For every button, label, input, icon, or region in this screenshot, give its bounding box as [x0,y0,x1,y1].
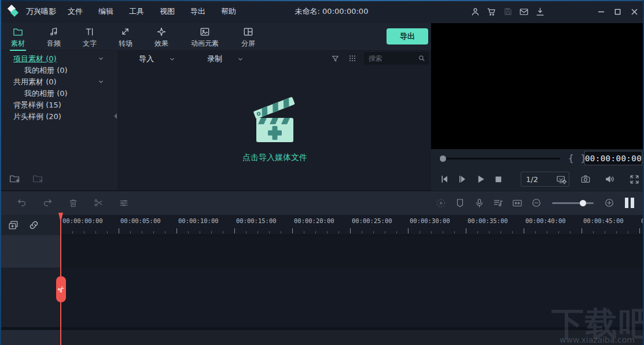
menu-export[interactable]: 导出 [190,6,205,17]
sidebar-item-my-album-1[interactable]: 我的相册 (0) [0,65,118,76]
sidebar-item-project-media[interactable]: 项目素材 (0) [0,53,118,65]
chevron-down-icon[interactable] [98,79,104,85]
tab-text[interactable]: 文字 [72,23,108,51]
menu-bar: 文件 编辑 工具 视图 导出 帮助 [68,6,236,17]
minimize-button[interactable] [596,7,606,17]
feedback-mail-icon[interactable] [518,6,529,17]
add-folder-icon[interactable] [8,173,22,186]
mark-in-button[interactable]: { [568,153,574,164]
tab-audio[interactable]: 音频 [36,23,72,51]
ruler-timecode-label: 00:00:30:00 [410,217,450,224]
ruler-major-tick [466,228,466,233]
adjust-sliders-icon[interactable] [118,197,130,209]
tab-media[interactable]: 素材 [0,23,36,51]
display-settings-icon[interactable] [555,173,568,186]
link-clips-icon[interactable] [28,219,41,232]
ruler-minor-tick [570,231,571,233]
delete-folder-icon [31,173,45,186]
asset-tab-bar: 素材 音频 文字 转场 [0,23,431,51]
video-track-lane[interactable] [61,268,644,327]
tab-transitions[interactable]: 转场 [108,23,143,51]
sidebar-item-intro-samples[interactable]: 片头样例 (20) [0,111,118,123]
fit-timeline-icon[interactable] [511,197,523,209]
undo-icon[interactable] [16,197,28,209]
save-icon [502,6,513,17]
sidebar-item-my-album-2[interactable]: 我的相册 (0) [0,88,118,99]
snapshot-camera-icon[interactable] [579,173,592,186]
record-dropdown[interactable]: 录制 [207,54,244,64]
panel-layout-icon[interactable] [625,198,634,208]
download-center-icon[interactable] [535,6,546,17]
sidebar-item-shared-media[interactable]: 共用素材 (0) [0,76,118,88]
timeline-ruler[interactable]: 00:00:00:0000:00:05:0000:00:10:0000:00:1… [61,215,644,235]
ruler-minor-tick [547,231,547,233]
app-logo-icon [7,5,21,18]
ruler-minor-tick [431,231,432,233]
playhead[interactable] [60,213,61,345]
marker-icon[interactable] [454,197,466,209]
media-toolbar-right [329,52,429,65]
import-dropdown[interactable]: 导入 [139,54,175,64]
audio-track-header: 1 [0,330,61,345]
menu-view[interactable]: 视图 [160,6,175,17]
ruler-minor-tick [628,231,628,233]
maximize-button[interactable] [613,7,623,17]
tab-effects[interactable]: 效果 [143,23,179,51]
stop-button[interactable] [492,173,505,186]
zoom-out-icon[interactable] [531,197,542,209]
next-frame-button[interactable] [456,173,469,186]
delete-trash-icon[interactable] [67,197,79,209]
filter-icon[interactable] [329,53,341,64]
play-button[interactable] [474,173,487,186]
media-browser: 项目素材 (0) 我的相册 (0) 共用素材 (0) 我的相册 (0) 背景样例… [0,51,431,190]
audio-mixer-icon[interactable] [492,197,504,209]
add-track-icon[interactable] [7,219,20,232]
sidebar-collapse-arrow-icon[interactable] [114,113,117,119]
tab-label: 动画元素 [191,39,219,49]
import-media-dropzone[interactable]: 点击导入媒体文件 [119,90,431,163]
close-button[interactable] [630,7,639,17]
playhead-scissors-handle[interactable] [56,276,66,302]
transition-icon [120,26,131,38]
import-hint-text[interactable]: 点击导入媒体文件 [242,153,307,163]
account-icon[interactable] [470,6,481,17]
ruler-major-tick [292,228,293,233]
ruler-timecode-label: 00:00:45:00 [583,217,624,224]
menu-tools[interactable]: 工具 [129,6,144,17]
voiceover-mic-icon[interactable] [473,197,485,209]
volume-icon[interactable] [603,173,616,186]
tab-split-screen[interactable]: 分屏 [230,23,266,51]
sidebar-folder-actions [8,173,45,186]
audio-track-lane[interactable] [61,330,644,345]
ruler-minor-tick [489,231,490,233]
menu-file[interactable]: 文件 [68,6,83,17]
menu-edit[interactable]: 编辑 [98,6,113,17]
seek-handle[interactable] [440,155,446,162]
ruler-major-tick [350,228,351,233]
menu-help[interactable]: 帮助 [221,6,236,17]
fullscreen-icon[interactable] [628,173,641,186]
search-icon[interactable] [417,54,426,62]
seek-bar[interactable] [439,158,560,159]
ruler-major-tick [582,228,582,233]
export-button[interactable]: 导出 [387,28,428,44]
upper-track-gutter [0,235,61,268]
zoom-slider-handle[interactable] [580,200,586,206]
upper-track-lane[interactable] [61,235,644,268]
timeline-toolbar [0,191,644,215]
chevron-down-icon[interactable] [98,55,104,62]
sidebar-item-background-samples[interactable]: 背景样例 (15) [0,99,118,111]
effects-sparkle-icon [156,26,167,38]
zoom-in-icon[interactable] [603,197,615,209]
previous-frame-button[interactable] [438,173,451,186]
ruler-minor-tick [200,231,200,233]
tab-label: 转场 [119,39,133,49]
ruler-minor-tick [477,231,478,233]
redo-icon[interactable] [42,197,53,209]
tab-elements[interactable]: 动画元素 [179,23,230,51]
ruler-minor-tick [223,231,223,233]
store-cart-icon[interactable] [486,6,497,17]
split-scissors-icon[interactable] [93,197,104,209]
timeline-zoom-slider[interactable] [552,202,594,204]
grid-view-icon[interactable] [347,53,358,64]
